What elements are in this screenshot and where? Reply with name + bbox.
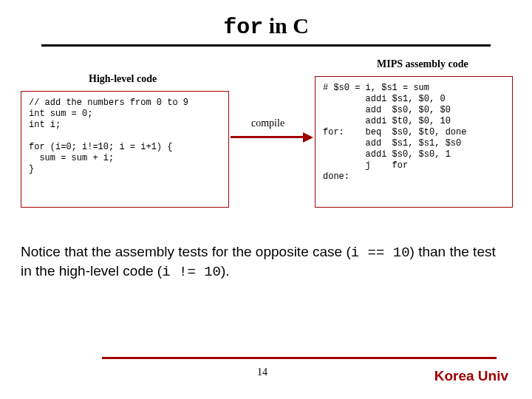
content-area: High-level code MIPS assembly code // ad… <box>0 47 532 290</box>
arrow-head-icon <box>303 132 313 143</box>
notice-code2: i != 10 <box>162 264 221 280</box>
university-label: Korea Univ <box>434 368 508 384</box>
notice-part1: Notice that the assembly tests for the o… <box>21 244 351 259</box>
title-rest: in C <box>263 13 309 38</box>
title-keyword: for <box>223 15 263 40</box>
page-number: 14 <box>257 366 267 378</box>
highlevel-label: High-level code <box>89 73 157 85</box>
arrow-line <box>231 136 304 138</box>
mips-code-box: # $s0 = i, $s1 = sum addi $s1, $0, 0 add… <box>315 76 513 208</box>
mips-label: MIPS assembly code <box>377 58 468 70</box>
notice-text: Notice that the assembly tests for the o… <box>21 243 508 282</box>
c-code-box: // add the numbers from 0 to 9 int sum =… <box>21 91 229 208</box>
compile-label: compile <box>251 117 284 129</box>
slide-title: for in C <box>0 0 532 40</box>
notice-code1: i == 10 <box>351 245 410 261</box>
footer-divider <box>102 357 497 359</box>
notice-part3: ). <box>221 263 230 279</box>
compile-arrow <box>231 132 313 143</box>
